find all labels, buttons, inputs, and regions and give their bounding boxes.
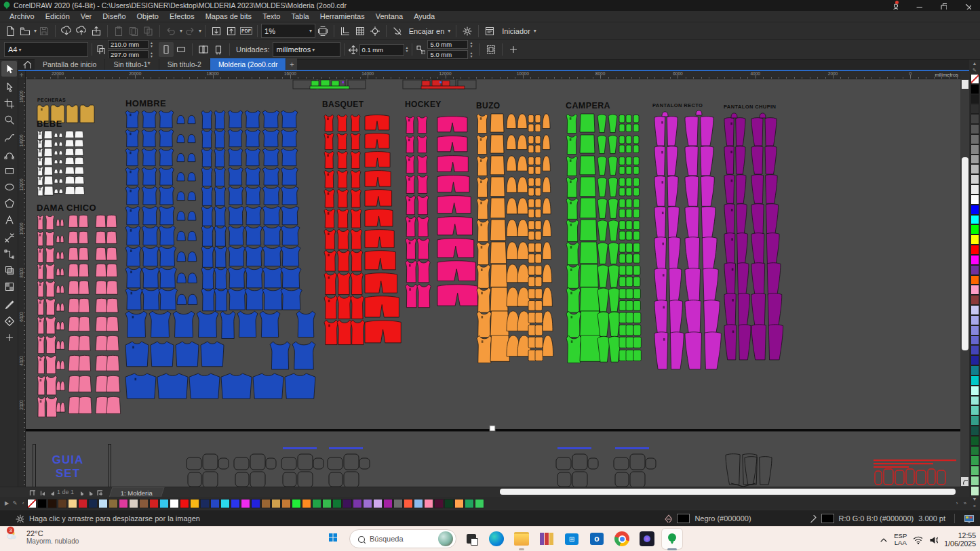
pattern-piece[interactable] [633,231,640,240]
pattern-piece[interactable] [608,178,618,197]
palette-right-arrow-icon[interactable]: › [953,500,961,506]
pattern-piece[interactable] [633,209,640,218]
pattern-piece[interactable] [296,311,315,337]
pattern-piece[interactable] [68,264,79,277]
color-swatch-right-35[interactable] [971,426,979,436]
color-swatch-right-28[interactable] [971,355,979,365]
pattern-piece[interactable] [59,189,63,194]
pattern-outline[interactable] [745,457,772,485]
color-swatch-30[interactable] [332,499,342,508]
color-swatch-15[interactable] [180,499,189,508]
pattern-piece[interactable] [597,243,608,264]
pattern-piece[interactable] [321,80,330,86]
pattern-piece[interactable] [543,198,551,214]
pattern-piece[interactable] [535,124,541,131]
pattern-outline[interactable] [298,472,313,487]
pattern-piece[interactable] [281,129,298,147]
pattern-piece[interactable] [685,176,714,207]
pattern-piece[interactable] [543,156,550,171]
pattern-piece[interactable] [528,325,536,335]
pattern-piece[interactable] [685,237,717,270]
color-swatch-21[interactable] [241,499,250,508]
pattern-piece[interactable] [751,175,777,204]
pattern-piece[interactable] [580,220,597,241]
color-swatch-right-13[interactable] [971,205,979,215]
polygon-tool[interactable] [1,195,17,211]
pattern-piece[interactable] [580,311,600,336]
pattern-piece[interactable] [507,242,518,259]
menu-efectos[interactable]: Efectos [164,12,200,20]
pattern-piece[interactable] [351,229,362,249]
publish-pdf-button[interactable]: PDF [239,24,254,39]
pattern-piece[interactable] [619,166,625,174]
pattern-piece[interactable] [543,335,553,356]
pattern-piece[interactable] [422,81,430,86]
pattern-piece[interactable] [79,355,91,371]
pattern-piece[interactable] [685,332,721,369]
pattern-piece[interactable] [188,231,196,241]
taskbar-app-explorer[interactable] [511,529,532,549]
pattern-piece[interactable] [365,190,392,207]
pattern-piece[interactable] [142,186,157,205]
pattern-piece[interactable] [477,335,492,363]
pattern-piece[interactable] [214,288,228,311]
color-swatch-5[interactable] [78,499,87,508]
pattern-piece[interactable] [159,186,174,205]
pattern-piece[interactable] [245,129,260,147]
page-flip-button[interactable] [27,488,37,497]
pattern-piece[interactable] [365,273,397,293]
pattern-piece[interactable] [106,396,121,413]
pattern-piece[interactable] [324,320,338,345]
pattern-piece[interactable] [406,175,415,193]
pattern-piece[interactable] [262,267,283,288]
palette-left-icon[interactable]: ‹ [19,500,27,506]
color-swatch-right-14[interactable] [971,215,979,225]
units-select[interactable]: milímetros▾ [273,42,340,57]
document-tab-0[interactable]: Pantalla de inicio [35,58,104,70]
pattern-piece[interactable] [214,148,225,167]
pattern-piece[interactable] [56,341,60,350]
pattern-piece[interactable] [44,131,52,139]
pattern-piece[interactable] [54,179,58,183]
pattern-piece[interactable] [79,231,88,243]
pattern-piece[interactable] [724,146,745,174]
pattern-piece[interactable] [125,129,139,147]
pattern-piece[interactable] [68,231,78,243]
pattern-piece[interactable] [724,263,749,295]
pattern-piece[interactable] [535,277,542,287]
pattern-piece[interactable] [125,267,142,288]
pattern-piece[interactable] [245,186,261,205]
pattern-piece[interactable] [96,231,106,243]
pattern-piece[interactable] [528,266,535,275]
pattern-outline[interactable] [234,457,249,470]
page-preset-select[interactable]: A4▾ [4,42,88,57]
pattern-piece[interactable] [406,195,416,215]
pattern-piece[interactable] [490,311,509,336]
red-annotation-shape[interactable] [937,470,945,485]
color-proof-monitor-icon[interactable] [964,514,975,523]
color-swatch-22[interactable] [251,499,260,508]
pattern-piece[interactable] [60,219,64,226]
pattern-piece[interactable] [337,320,352,345]
pattern-piece[interactable] [197,311,218,337]
pattern-piece[interactable] [214,167,225,186]
pattern-piece[interactable] [68,215,78,227]
pattern-piece[interactable] [543,287,552,306]
pattern-piece[interactable] [214,186,226,205]
pattern-piece[interactable] [281,267,301,288]
pattern-piece[interactable] [626,301,633,311]
pattern-piece[interactable] [417,175,428,193]
pattern-outline[interactable] [188,472,201,487]
pattern-piece[interactable] [60,341,64,350]
pattern-piece[interactable] [633,325,641,335]
clock-widget[interactable]: 12:551/06/2025 [944,531,976,548]
pattern-piece[interactable] [351,115,360,131]
color-swatch-right-18[interactable] [971,255,979,265]
pattern-piece[interactable] [157,373,188,399]
pattern-piece[interactable] [281,206,299,225]
pattern-piece[interactable] [201,129,212,148]
pattern-piece[interactable] [528,166,534,174]
cloud-up-button[interactable] [74,24,89,39]
pattern-piece[interactable] [543,264,552,283]
color-swatch-43[interactable] [465,499,474,508]
